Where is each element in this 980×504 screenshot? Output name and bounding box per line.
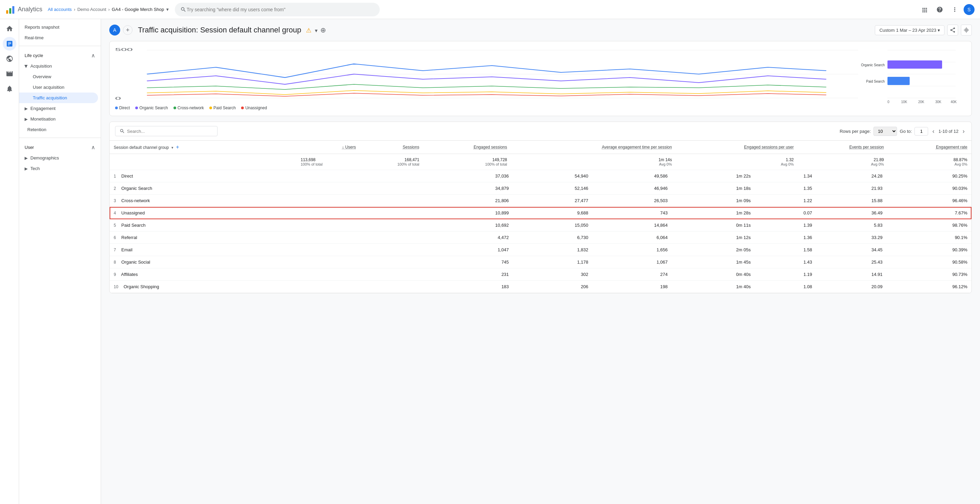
- chart-container: 500 0: [109, 41, 972, 116]
- nav-reports-snapshot[interactable]: Reports snapshot: [19, 22, 101, 32]
- row-events-per-session: 36.49: [816, 207, 886, 219]
- row-sessions: 206: [513, 281, 592, 293]
- nav-traffic-acquisition[interactable]: Traffic acquisition: [19, 92, 98, 103]
- tech-arrow: ▶: [25, 166, 28, 171]
- col-avg-engagement[interactable]: Average engagement time per session: [511, 141, 676, 154]
- x-axis-05mar: 05 Mar: [125, 101, 136, 102]
- custom-label: Custom: [879, 28, 895, 33]
- search-icon: [180, 6, 186, 13]
- nav-engagement[interactable]: ▶ Engagement: [19, 103, 101, 114]
- svg-rect-16: [888, 77, 910, 85]
- svg-rect-0: [6, 10, 8, 14]
- row-sessions: 1,832: [513, 244, 592, 256]
- row-engaged-sessions: 6,064: [592, 232, 672, 244]
- table-totals-row: 113,698 100% of total 168,471 100% of to…: [110, 154, 972, 170]
- totals-engaged-sessions: 149,728 100% of total: [423, 154, 511, 170]
- user-avatar[interactable]: S: [964, 4, 975, 15]
- page-title: Traffic acquisition: Session default cha…: [138, 25, 318, 35]
- prev-page-btn[interactable]: ‹: [931, 126, 935, 136]
- nav-divider-1: [19, 46, 101, 46]
- breadcrumb-separator: ›: [74, 7, 75, 12]
- nav-demographics[interactable]: ▶ Demographics: [19, 153, 101, 163]
- add-report-btn[interactable]: ⊕: [320, 26, 326, 34]
- add-comparison-btn[interactable]: +: [123, 25, 132, 35]
- help-icon[interactable]: [934, 3, 946, 16]
- legend-cross: Cross-network: [173, 105, 204, 110]
- configure-icon-btn[interactable]: [3, 82, 16, 95]
- lifecycle-chevron: ∧: [91, 52, 95, 59]
- row-users: 21,806: [433, 195, 513, 207]
- col-events-per-session[interactable]: Events per session: [798, 141, 888, 154]
- row-engaged-per-user: 1.08: [755, 281, 816, 293]
- row-avg-engagement: 1m 40s: [672, 281, 755, 293]
- col-channel-dropdown[interactable]: ▾: [172, 145, 173, 149]
- advertising-icon-btn[interactable]: [3, 67, 16, 81]
- main-layout: Reports snapshot Real-time Life cycle ∧ …: [0, 19, 980, 504]
- svg-text:10K: 10K: [901, 100, 907, 104]
- date-range-value: 1 Mar – 23 Apr 2023: [896, 28, 936, 33]
- col-engaged-sessions[interactable]: Engaged sessions: [423, 141, 511, 154]
- row-users: 1,047: [433, 244, 513, 256]
- legend-cross-dot: [173, 107, 176, 109]
- row-engaged-per-user: 1.36: [755, 232, 816, 244]
- date-range-btn[interactable]: Custom 1 Mar – 23 Apr 2023 ▾: [875, 25, 945, 35]
- reports-icon-btn[interactable]: [3, 37, 16, 51]
- property-name[interactable]: GA4 - Google Merch Shop: [112, 7, 164, 12]
- col-sessions[interactable]: Sessions: [360, 141, 423, 154]
- col-channel-group[interactable]: Session default channel group ▾ +: [110, 141, 296, 154]
- row-avg-engagement: 1m 28s: [672, 207, 755, 219]
- row-sessions: 27,477: [513, 195, 592, 207]
- user-section[interactable]: User ∧: [19, 141, 101, 153]
- row-engagement-rate: 96.46%: [887, 195, 972, 207]
- table-row: 5 Paid Search 10,692 15,050 14,864 0m 11…: [110, 219, 972, 232]
- explore-icon-btn[interactable]: [3, 52, 16, 65]
- data-table-inner: Session default channel group ▾ + ↓ User…: [110, 141, 972, 170]
- col-channel-add[interactable]: +: [176, 144, 179, 150]
- row-engagement-rate: 90.73%: [887, 269, 972, 281]
- nav-realtime[interactable]: Real-time: [19, 32, 101, 43]
- table-search: [115, 126, 218, 136]
- nav-overview[interactable]: Overview: [19, 72, 98, 82]
- more-vert-icon[interactable]: [948, 3, 961, 16]
- rows-per-page-select[interactable]: 10 25 50: [873, 127, 897, 136]
- insights-btn[interactable]: [961, 25, 972, 35]
- home-icon-btn[interactable]: [3, 22, 16, 35]
- nav-acquisition[interactable]: ▶ Acquisition: [19, 61, 101, 72]
- share-btn[interactable]: [947, 25, 958, 35]
- search-input[interactable]: [186, 7, 374, 12]
- all-accounts-link[interactable]: All accounts: [48, 7, 72, 12]
- table-row: 7 Email 1,047 1,832 1,656 2m 05s 1.58 34…: [110, 244, 972, 256]
- legend-direct-dot: [115, 107, 118, 109]
- acquisition-label: Acquisition: [30, 64, 52, 68]
- legend-organic: Organic Search: [135, 105, 168, 110]
- content-area: A + Traffic acquisition: Session default…: [101, 19, 980, 504]
- nav-tech[interactable]: ▶ Tech: [19, 163, 101, 174]
- row-engaged-sessions: 49,586: [592, 170, 672, 182]
- monetisation-arrow: ▶: [25, 117, 28, 122]
- page-title-text: Traffic acquisition: Session default cha…: [138, 25, 301, 34]
- title-dropdown-btn[interactable]: ▾: [315, 28, 318, 33]
- sidebar-nav: Reports snapshot Real-time Life cycle ∧ …: [19, 19, 101, 504]
- table-search-input[interactable]: [127, 129, 213, 134]
- totals-engaged-per-user: 1.32 Avg 0%: [676, 154, 798, 170]
- page-input[interactable]: [915, 127, 928, 135]
- row-avg-engagement: 2m 05s: [672, 244, 755, 256]
- row-users: 745: [433, 256, 513, 269]
- demographics-label: Demographics: [30, 155, 59, 161]
- totals-engagement-rate: 88.87% Avg 0%: [888, 154, 972, 170]
- row-channel: 9 Affiliates: [110, 269, 433, 281]
- row-engaged-sessions: 14,864: [592, 219, 672, 232]
- grid-icon[interactable]: [918, 3, 931, 16]
- row-sessions: 52,146: [513, 182, 592, 195]
- nav-monetisation[interactable]: ▶ Monetisation: [19, 114, 101, 124]
- col-engagement-rate[interactable]: Engagement rate: [888, 141, 972, 154]
- nav-retention[interactable]: Retention: [19, 124, 98, 135]
- lifecycle-section[interactable]: Life cycle ∧: [19, 49, 101, 61]
- col-engaged-per-user[interactable]: Engaged sessions per user: [676, 141, 798, 154]
- col-users[interactable]: ↓ Users: [296, 141, 360, 154]
- property-dropdown-icon[interactable]: ▼: [165, 7, 170, 12]
- legend-organic-label: Organic Search: [139, 105, 168, 110]
- row-engaged-per-user: 0.07: [755, 207, 816, 219]
- next-page-btn[interactable]: ›: [961, 126, 966, 136]
- nav-user-acquisition[interactable]: User acquisition: [19, 82, 98, 92]
